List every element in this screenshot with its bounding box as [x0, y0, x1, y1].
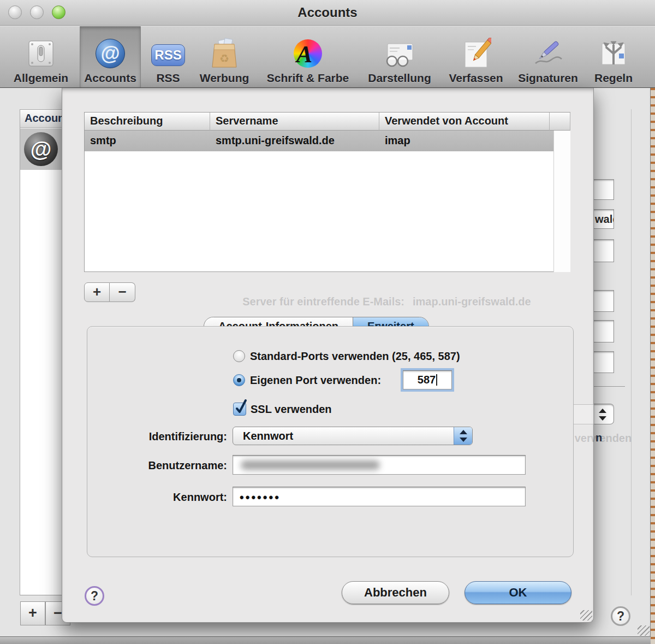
junk-bag-icon: ♻: [207, 37, 241, 70]
toolbar-label: Werbung: [200, 72, 249, 85]
toolbar-label: Verfassen: [449, 72, 503, 85]
column-header-servername[interactable]: Servername: [210, 113, 379, 131]
ghost-incoming-server-value: imap.uni-greifswald.de: [413, 296, 531, 308]
identification-label: Identifizierung:: [112, 430, 227, 443]
toolbar-item-schrift-farbe[interactable]: A Schrift & Farbe: [260, 26, 356, 87]
toolbar-label: Darstellung: [368, 72, 431, 85]
checkmark-icon: [235, 399, 249, 416]
remove-server-button[interactable]: −: [110, 282, 135, 302]
toolbar-item-regeln[interactable]: Regeln: [587, 26, 640, 87]
popup-stepper-cap: [454, 427, 472, 445]
column-header-spare: [550, 113, 570, 131]
help-button[interactable]: ?: [611, 606, 630, 626]
identification-value: Kennwort: [243, 430, 293, 442]
custom-port-radio[interactable]: [233, 374, 245, 386]
sidebar-account-row[interactable]: @: [20, 128, 62, 170]
sidebar-header: Accounts: [20, 110, 62, 128]
cell-verwendet-von: imap: [385, 134, 410, 147]
desktop-background: [651, 88, 655, 644]
background-field: [594, 320, 614, 342]
toolbar-item-signaturen[interactable]: Signaturen: [513, 26, 583, 87]
toolbar-label: Signaturen: [518, 72, 578, 85]
signature-pen-icon: [531, 37, 565, 70]
toolbar-item-werbung[interactable]: ♻ Werbung: [193, 26, 255, 87]
at-icon: @: [93, 37, 127, 70]
compose-icon: [459, 37, 493, 70]
standard-ports-radio[interactable]: [233, 350, 245, 362]
screen: Accounts Allgemein @ Accounts: [0, 0, 655, 644]
add-server-button[interactable]: +: [84, 282, 110, 302]
toolbar-label: RSS: [156, 72, 180, 85]
password-label: Kennwort:: [112, 491, 227, 504]
title-bar[interactable]: Accounts: [0, 0, 655, 26]
background-field: wald: [594, 209, 614, 229]
text-caret: [436, 374, 437, 386]
sheet-resize-grip[interactable]: [580, 610, 592, 621]
background-field: [594, 351, 614, 373]
username-input[interactable]: [233, 455, 526, 475]
toolbar-label: Allgemein: [14, 72, 68, 85]
custom-port-label[interactable]: Eigenen Port verwenden:: [250, 374, 381, 387]
sidebar-add-button[interactable]: +: [20, 601, 45, 625]
toolbar-item-darstellung[interactable]: Darstellung: [360, 26, 439, 87]
identification-popup[interactable]: Kennwort: [233, 427, 473, 445]
ok-button[interactable]: OK: [465, 581, 571, 604]
standard-ports-label[interactable]: Standard-Ports verwenden (25, 465, 587): [250, 350, 460, 363]
sheet-help-button[interactable]: ?: [85, 586, 104, 606]
account-globe-icon: @: [24, 132, 58, 166]
window-title: Accounts: [0, 5, 655, 20]
toolbar-item-verfassen[interactable]: Verfassen: [443, 26, 509, 87]
cell-beschreibung: smtp: [90, 134, 116, 147]
toolbar-label: Regeln: [594, 72, 633, 85]
background-field: [594, 290, 614, 312]
toolbar-label: Accounts: [84, 72, 136, 85]
background-popup: [594, 404, 614, 424]
divider: [631, 109, 632, 595]
cell-servername: smtp.uni-greifswald.de: [216, 134, 335, 147]
background-field: [594, 179, 614, 200]
window-bottom-edge: [0, 636, 655, 644]
viewing-icon: [383, 37, 416, 70]
toolbar-item-allgemein[interactable]: Allgemein: [8, 26, 74, 87]
ghost-incoming-server-label: Server für eintreffende E-Mails:: [242, 296, 404, 308]
background-field: [594, 239, 614, 262]
column-header-beschreibung[interactable]: Beschreibung: [85, 113, 210, 131]
column-header-verwendet[interactable]: Verwendet von Account: [379, 113, 550, 131]
toolbar-label: Schrift & Farbe: [267, 72, 349, 85]
custom-port-value: 587: [418, 374, 436, 386]
toolbar-item-rss[interactable]: RSS RSS: [145, 26, 191, 87]
smtp-server-table: Beschreibung Servername Verwendet von Ac…: [84, 112, 570, 272]
scrollbar-track[interactable]: [553, 131, 570, 272]
rules-icon: [597, 37, 630, 70]
cancel-button[interactable]: Abbrechen: [342, 581, 449, 604]
switch-icon: [24, 37, 58, 70]
username-label: Benutzername:: [112, 459, 227, 472]
svg-text:♻: ♻: [219, 52, 229, 64]
font-color-icon: A: [291, 37, 325, 70]
preferences-toolbar: Allgemein @ Accounts RSS RSS ♻: [0, 26, 655, 88]
divider: [594, 386, 625, 387]
ssl-checkbox[interactable]: [233, 403, 246, 416]
redacted-username: [241, 460, 380, 470]
toolbar-item-accounts[interactable]: @ Accounts: [80, 26, 141, 87]
smtp-server-sheet: Server für eintreffende E-Mails: imap.un…: [62, 88, 594, 623]
custom-port-input[interactable]: 587: [403, 370, 452, 389]
rss-icon: RSS: [151, 37, 185, 70]
password-input[interactable]: •••••••: [233, 487, 526, 506]
table-row-selected[interactable]: smtp smtp.uni-greifswald.de imap: [85, 131, 553, 151]
accounts-sidebar: Accounts @: [20, 109, 62, 595]
resize-grip[interactable]: [638, 625, 650, 636]
ssl-label[interactable]: SSL verwenden: [251, 403, 332, 416]
